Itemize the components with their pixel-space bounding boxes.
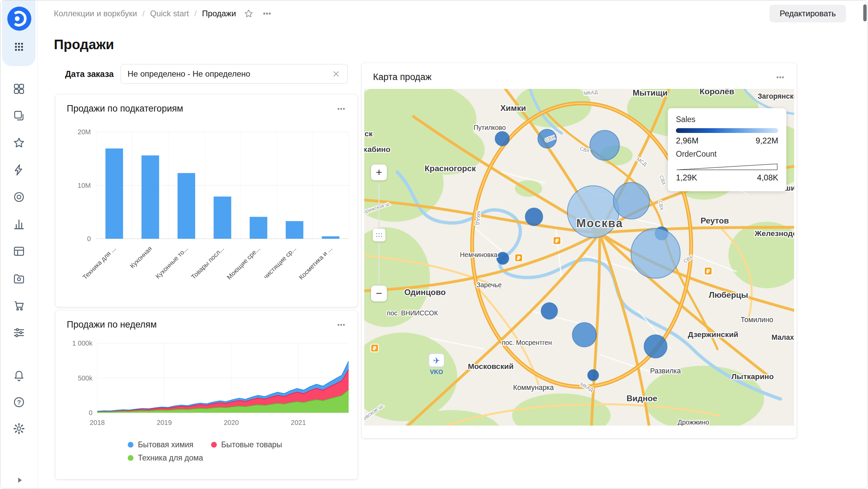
sidebar-icon-collections[interactable]	[13, 82, 25, 95]
map-bubble[interactable]	[631, 229, 680, 278]
sales-legend-label: Sales	[676, 115, 778, 124]
zoom-out-button[interactable]: −	[371, 286, 387, 301]
map-canvas[interactable]: ₽₽₽₽✈VKOМытищиКоролёвЗагорянскиМКАДХимки…	[364, 89, 794, 426]
svg-text:500k: 500k	[78, 374, 93, 382]
zoom-handle[interactable]	[373, 229, 386, 241]
map-place-label: Мытищи	[633, 89, 667, 97]
breadcrumb-separator: /	[194, 9, 197, 18]
toll-road-marker: ₽	[371, 344, 378, 352]
map-bubble[interactable]	[572, 322, 596, 347]
svg-text:10M: 10M	[78, 182, 91, 189]
map-place-label: пос. ВНИИССОК	[387, 309, 438, 317]
map-bubble[interactable]	[588, 370, 599, 381]
sidebar-icon-favorites[interactable]	[13, 136, 25, 149]
sidebar-icon-settings[interactable]	[13, 422, 25, 435]
zoom-in-button[interactable]: +	[371, 164, 387, 180]
area-chart: 20182019202020210500k1 000k	[61, 338, 352, 436]
sales-gradient-bar	[676, 128, 778, 133]
svg-text:?: ?	[17, 399, 21, 406]
map-bubble[interactable]	[497, 252, 509, 265]
map-place-label: Химки	[500, 103, 526, 113]
breadcrumb-separator: /	[142, 9, 145, 18]
bar[interactable]	[286, 221, 303, 239]
bar[interactable]	[214, 197, 231, 239]
clear-filter-icon[interactable]	[332, 70, 340, 78]
map-place-label: Реутов	[701, 216, 729, 225]
map-place-label: Видное	[626, 394, 657, 403]
map-place-label: Развилка	[650, 367, 681, 375]
svg-text:20M: 20M	[78, 128, 91, 136]
dashboard-content: Продажи Дата заказа Не определено - Не о…	[38, 27, 868, 489]
widget-menu-icon[interactable]	[336, 320, 346, 329]
ordercount-max: 4,08K	[757, 173, 778, 182]
widget-title: Продажи по неделям	[67, 319, 157, 330]
favorite-star-icon[interactable]	[244, 8, 254, 19]
legend-item[interactable]: Бытовая химия	[128, 440, 193, 449]
map-bubble[interactable]	[590, 130, 619, 160]
sales-max: 9,22M	[756, 136, 778, 145]
sidebar-icon-editor[interactable]	[13, 163, 25, 176]
map-place-label: Люберцы	[709, 290, 748, 299]
apps-grid-icon[interactable]	[13, 41, 25, 53]
sidebar-icon-services[interactable]	[13, 326, 25, 339]
bar[interactable]	[142, 155, 159, 239]
ordercount-legend-label: OrderCount	[676, 150, 778, 159]
legend-item[interactable]: Бытовые товары	[211, 440, 282, 449]
bar[interactable]	[178, 173, 195, 239]
sales-min: 2,96M	[676, 136, 699, 145]
legend-dot	[211, 442, 217, 448]
bar[interactable]	[250, 217, 267, 239]
datalens-logo[interactable]	[7, 6, 32, 31]
sidebar-icon-workbooks[interactable]	[13, 109, 25, 122]
bar-category-label: Моющие сре...	[225, 245, 261, 281]
map-place-label: Королёв	[700, 89, 734, 96]
map-bubble[interactable]	[644, 335, 667, 358]
edit-button[interactable]: Редактировать	[769, 5, 846, 22]
legend-item[interactable]: Техника для дома	[128, 453, 203, 463]
map-place-label: пос. Мосрентген	[502, 338, 552, 346]
sidebar-icon-datasets[interactable]	[13, 245, 25, 258]
date-filter-value: Не определено - Не определено	[128, 69, 250, 79]
breadcrumb-collections[interactable]: Коллекции и воркбуки	[54, 9, 137, 18]
widget-menu-icon[interactable]	[336, 104, 346, 113]
legend-dot	[128, 442, 133, 448]
svg-text:2021: 2021	[291, 419, 306, 426]
map-place-label: Путилково	[474, 124, 506, 131]
map-place-label: Томилино	[741, 315, 773, 323]
more-menu-icon[interactable]	[261, 8, 273, 19]
sidebar-icon-charts[interactable]	[13, 218, 25, 231]
widget-sales-by-subcategory: Продажи по подкатегориям 010M20MТехника …	[56, 95, 357, 307]
map-bubble[interactable]	[495, 132, 509, 146]
sidebar-icon-connections[interactable]	[13, 191, 25, 203]
map-bubble[interactable]	[614, 182, 650, 219]
svg-text:2019: 2019	[157, 419, 172, 426]
date-filter: Дата заказа Не определено - Не определен…	[65, 64, 348, 84]
breadcrumb-workbook[interactable]: Quick start	[150, 9, 189, 18]
bar[interactable]	[322, 236, 339, 239]
widget-menu-icon[interactable]	[775, 73, 785, 82]
legend-label: Бытовая химия	[138, 440, 193, 449]
sidebar-icon-help[interactable]: ?	[13, 396, 25, 409]
ordercount-wedge	[676, 163, 778, 171]
svg-text:0: 0	[89, 409, 92, 416]
map-bubble[interactable]	[525, 208, 543, 226]
sidebar-icon-marketplace[interactable]	[13, 299, 25, 312]
airport-marker-vko[interactable]: ✈VKO	[429, 354, 444, 375]
svg-text:1 000k: 1 000k	[72, 339, 93, 347]
map-place-label: Железнодо	[755, 229, 794, 238]
sidebar-icon-storage[interactable]	[13, 272, 25, 285]
map-legend: Sales 2,96M 9,22M OrderCount 1,29K 4,08K	[668, 108, 786, 191]
sidebar-collapse-button[interactable]	[15, 476, 24, 485]
toll-road-marker: ₽	[553, 237, 561, 244]
map-place-label: Немчиновка	[460, 251, 498, 258]
map-bubble[interactable]	[567, 186, 619, 238]
scrollbar-thumb[interactable]	[863, 4, 867, 21]
page-title: Продажи	[54, 37, 114, 52]
map-place-label: Загорянски	[758, 92, 794, 100]
sidebar-icon-notifications[interactable]	[13, 369, 25, 382]
bar[interactable]	[105, 149, 123, 239]
map-bubble[interactable]	[541, 302, 557, 319]
map-place-label: Заречье	[476, 281, 501, 289]
date-filter-input[interactable]: Не определено - Не определено	[121, 64, 348, 84]
bar-category-label: Косметика и ...	[297, 245, 334, 281]
